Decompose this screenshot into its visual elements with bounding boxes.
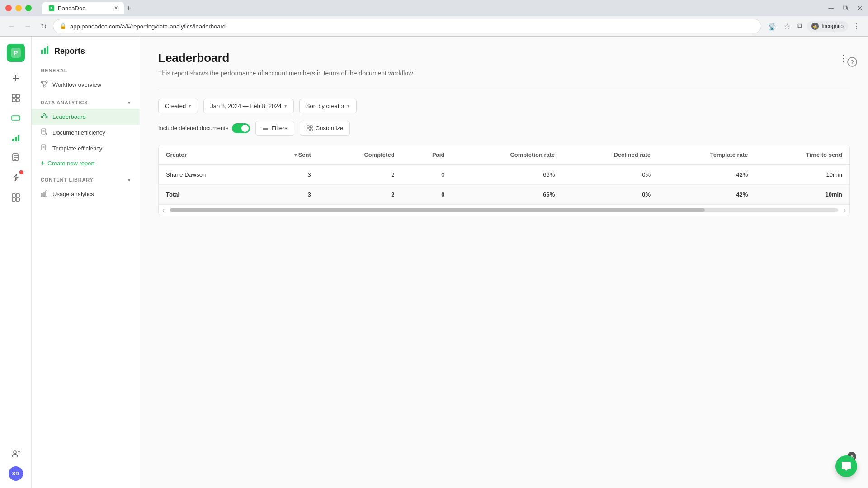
svg-rect-56 xyxy=(310,129,312,131)
scroll-bar-area[interactable]: ‹ › xyxy=(159,204,849,216)
leaderboard-label: Leaderboard xyxy=(52,113,86,120)
created-filter-btn[interactable]: Created ▾ xyxy=(158,99,198,113)
svg-text:🕵: 🕵 xyxy=(812,23,818,29)
total-sent: 3 xyxy=(260,185,318,205)
tab-close-btn[interactable]: ✕ xyxy=(114,5,118,11)
row-completion-rate: 66% xyxy=(452,165,562,185)
table-scroll-wrapper[interactable]: Creator ▾ Sent Completed Paid xyxy=(159,145,849,216)
svg-rect-8 xyxy=(12,94,15,98)
col-completed-label: Completed xyxy=(364,151,394,158)
svg-rect-24 xyxy=(16,194,19,197)
svg-point-34 xyxy=(43,85,45,87)
svg-rect-31 xyxy=(47,46,48,54)
customize-icon xyxy=(307,125,313,131)
filters-btn[interactable]: Filters xyxy=(255,121,294,136)
sidebar-item-template-efficiency[interactable]: Template efficiency xyxy=(32,141,140,156)
data-analytics-section-header[interactable]: DATA ANALYTICS ▾ xyxy=(32,96,140,109)
general-section-header[interactable]: GENERAL xyxy=(32,64,140,77)
reload-btn[interactable]: ↻ xyxy=(38,20,49,33)
cast-icon[interactable]: 📡 xyxy=(765,20,779,33)
date-range-filter-btn[interactable]: Jan 8, 2024 — Feb 8, 2024 ▾ xyxy=(203,99,294,113)
help-btn[interactable]: ? xyxy=(847,57,857,69)
svg-rect-49 xyxy=(46,191,47,197)
rail-add-btn[interactable] xyxy=(7,69,25,87)
include-deleted-toggle[interactable] xyxy=(232,123,250,133)
rail-document-btn[interactable] xyxy=(7,149,25,167)
create-report-label: Create new report xyxy=(47,160,94,167)
svg-rect-22 xyxy=(12,194,15,197)
usage-analytics-icon xyxy=(41,190,48,198)
svg-rect-15 xyxy=(15,137,17,141)
forward-btn[interactable]: → xyxy=(22,20,34,32)
svg-rect-12 xyxy=(12,116,20,120)
window-close-btn[interactable] xyxy=(5,5,12,11)
horizontal-scrollbar[interactable] xyxy=(170,208,839,212)
rail-home-btn[interactable] xyxy=(7,89,25,107)
url-text: app.pandadoc.com/a/#/reporting/data-anal… xyxy=(70,23,226,30)
incognito-icon: 🕵 xyxy=(811,23,819,30)
tab-title: PandaDoc xyxy=(58,5,85,12)
date-range-label: Jan 8, 2024 — Feb 8, 2024 xyxy=(210,103,282,109)
browser-toolbar: ← → ↻ 🔒 app.pandadoc.com/a/#/reporting/d… xyxy=(0,16,868,36)
col-template-rate: Template rate xyxy=(658,145,755,165)
data-analytics-chevron-icon: ▾ xyxy=(128,100,131,105)
rail-avatar[interactable]: SD xyxy=(9,466,23,481)
content-library-section-header[interactable]: CONTENT LIBRARY ▾ xyxy=(32,174,140,186)
new-tab-btn[interactable]: + xyxy=(124,3,133,13)
more-menu-btn[interactable]: ⋮ xyxy=(850,20,863,33)
rail-activity-btn[interactable] xyxy=(7,109,25,127)
svg-marker-21 xyxy=(14,174,18,181)
table-row: Shane Dawson 3 2 0 66% 0% 42% 10min xyxy=(159,165,849,185)
window-min-btn[interactable] xyxy=(15,5,22,11)
col-paid-label: Paid xyxy=(432,151,444,158)
win-minimize-icon[interactable]: ─ xyxy=(829,4,834,13)
browser-chrome: P PandaDoc ✕ + ─ ⧉ ✕ ← → ↻ 🔒 app.pandado… xyxy=(0,0,868,37)
win-restore-icon[interactable]: ⧉ xyxy=(843,4,848,13)
create-report-plus-icon: + xyxy=(41,159,45,167)
sidebar-create-report-btn[interactable]: + Create new report xyxy=(32,156,140,170)
sidebar-item-document-efficiency[interactable]: Document efficiency xyxy=(32,125,140,141)
window-max-btn[interactable] xyxy=(25,5,32,11)
table-header-row: Creator ▾ Sent Completed Paid xyxy=(159,145,849,165)
scroll-left-btn[interactable]: ‹ xyxy=(159,206,168,214)
rail-reports-btn[interactable] xyxy=(7,129,25,147)
created-filter-arrow-icon: ▾ xyxy=(189,103,191,109)
window-controls[interactable] xyxy=(5,5,32,11)
customize-btn[interactable]: Customize xyxy=(300,121,350,136)
workflow-icon xyxy=(41,80,48,89)
sidebar-item-usage-analytics[interactable]: Usage analytics xyxy=(32,186,140,202)
table-total-row: Total 3 2 0 66% 0% 42% 10min xyxy=(159,185,849,205)
sort-by-creator-btn[interactable]: Sort by creator ▾ xyxy=(299,99,357,113)
chat-widget-btn[interactable] xyxy=(835,455,857,477)
rail-grid-btn[interactable] xyxy=(7,188,25,206)
filter-icon-sent: ▾ xyxy=(294,152,298,158)
win-close-icon[interactable]: ✕ xyxy=(857,4,863,13)
filters-bar: Created ▾ Jan 8, 2024 — Feb 8, 2024 ▾ So… xyxy=(158,99,850,113)
bookmark-icon[interactable]: ☆ xyxy=(781,20,793,33)
pandadoc-logo[interactable]: P xyxy=(7,44,25,62)
total-completed: 2 xyxy=(318,185,402,205)
include-deleted-toggle-group: Include deleted documents xyxy=(158,123,250,133)
browser-tab-pandadoc[interactable]: P PandaDoc ✕ xyxy=(42,2,124,14)
total-paid: 0 xyxy=(402,185,452,205)
rail-lightning-btn[interactable] xyxy=(7,169,25,187)
address-bar[interactable]: 🔒 app.pandadoc.com/a/#/reporting/data-an… xyxy=(53,19,761,33)
sidebar-section-general: GENERAL Workflow overview xyxy=(32,64,140,93)
svg-rect-16 xyxy=(18,135,19,141)
sidebar-item-workflow-overview[interactable]: Workflow overview xyxy=(32,77,140,93)
back-btn[interactable]: ← xyxy=(5,20,18,32)
help-icon: ? xyxy=(847,57,857,67)
col-time-to-send: Time to send xyxy=(755,145,849,165)
col-paid: Paid xyxy=(402,145,452,165)
extensions-icon[interactable]: ⧉ xyxy=(795,20,805,32)
scroll-right-btn[interactable]: › xyxy=(840,206,849,214)
sidebar-header: Reports xyxy=(32,46,140,64)
sidebar-item-leaderboard[interactable]: Leaderboard xyxy=(32,109,140,125)
total-declined-rate: 0% xyxy=(562,185,658,205)
sidebar: Reports GENERAL Workflow overview DATA A… xyxy=(32,37,140,488)
filters-row2: Include deleted documents Filters Custom… xyxy=(158,121,850,136)
sort-by-creator-label: Sort by creator xyxy=(306,103,344,109)
svg-line-36 xyxy=(42,83,44,85)
rail-users-btn[interactable] xyxy=(7,445,25,463)
svg-text:P: P xyxy=(50,6,53,10)
